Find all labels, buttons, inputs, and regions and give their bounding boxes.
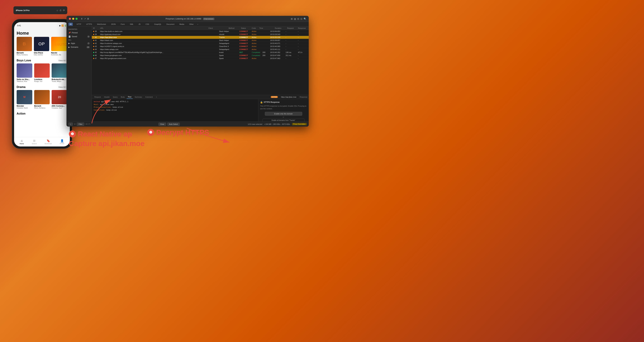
iphone-screen: 9:41 ▶ 📶 🔋 Home B Berserk Miura, Kentaro… (14, 22, 70, 146)
header-status: Status (241, 27, 250, 29)
table-row[interactable]: 38 https://we-build-vn.slack.com Slack H… (92, 30, 309, 33)
version-badge: Free version (203, 18, 214, 20)
maximize-button[interactable] (76, 18, 78, 20)
tab-bookmark-label: Bookmark (45, 143, 52, 145)
tab-all[interactable]: All (68, 23, 73, 26)
req-line-2: Host: api.jikan.moe (94, 103, 256, 106)
active-badge: ACTIVE (271, 96, 278, 98)
sidebar-saved[interactable]: 💾 Saved 3 (66, 35, 92, 38)
manga-author-seito: Takakura, Row (16, 80, 32, 82)
window-pause-icon[interactable]: ⏸ (81, 17, 83, 20)
screenshot-icon[interactable]: ⎙ (60, 9, 61, 11)
window-share-icon[interactable]: ↗ (84, 17, 86, 20)
iphone-simulator-toolbar: iPhone 14 Pro ⌂ ⎙ ⟳ (14, 6, 67, 14)
table-row[interactable]: 46 https://www.googleapis.com Spark CONN… (92, 54, 309, 57)
tab-xml[interactable]: XML (128, 23, 135, 26)
boys-love-view-all[interactable]: View All > (58, 59, 68, 62)
tab-document[interactable]: Document (165, 23, 176, 26)
search-icon[interactable]: 🔍 (304, 17, 306, 20)
tab-media[interactable]: Media (178, 23, 186, 26)
rotate-icon[interactable]: ⟳ (63, 9, 65, 11)
row-duration: - (286, 39, 297, 41)
traffic-info: • 104 MB ↑ 285 KB/s ↓ 9073 KB/s (264, 123, 290, 125)
tab-profile[interactable]: 👤 Profile (60, 139, 64, 145)
manga-item-bokutachi[interactable]: Bokutachi wa... Tsuda, Mikiyo (52, 63, 67, 82)
manga-item-naruto[interactable]: NARUTO Naruto Kishimoto, Ma (51, 37, 67, 56)
manga-item-20th[interactable]: 20 20th Century... Urasawa, Naol (52, 90, 67, 109)
more-tabs-icon[interactable]: › (198, 23, 198, 25)
manga-author-naruto: Kishimoto, Ma (51, 54, 67, 56)
header-client: Client (208, 27, 227, 29)
tab-other[interactable]: Other (188, 23, 195, 26)
window-icon1[interactable]: ⊞ (291, 17, 293, 20)
manga-title-monster: Monster (16, 105, 32, 107)
drama-view-all[interactable]: View All > (58, 86, 68, 88)
tab-bookmark[interactable]: 🔖 Bookmark (45, 139, 52, 145)
window-icon3[interactable]: ⊟ (297, 17, 299, 20)
sidebar-domains[interactable]: ▶ Domains 10 (66, 45, 92, 49)
manga-item-berserk2[interactable]: Berserk Miura, Kentarou (34, 90, 50, 109)
manga-content: B Berserk Miura, Kentarou OP One Piece O… (14, 37, 70, 137)
tab-form[interactable]: Form (119, 23, 126, 26)
manga-item-monster[interactable]: M Monster Urasawa, Naoki (16, 90, 32, 109)
detail-tab-comment[interactable]: Comment (144, 95, 154, 99)
window-trash-icon[interactable]: 🗑 (87, 17, 89, 20)
detail-tab-summary[interactable]: Summary (133, 95, 143, 99)
tab-websocket[interactable]: WebSocket (96, 23, 107, 26)
manga-item-loveless[interactable]: Loveless Kouga, Yun (34, 63, 50, 82)
table-row[interactable]: 41 https://slack.com Slack Helper CONNEC… (92, 39, 309, 42)
window-icon2[interactable]: ▤ (294, 17, 296, 20)
sidebar-pinned[interactable]: 📌 Pinned (66, 31, 92, 35)
close-button[interactable] (69, 18, 71, 20)
detail-tab-request[interactable]: Request (93, 95, 102, 99)
proxyman-window: ⏸ ↗ 🗑 Proxyman | Listening on 192.168.1.… (66, 16, 309, 127)
manga-title-onepiece: One Piece (34, 52, 49, 54)
row-status: Active (252, 30, 261, 32)
tab-https[interactable]: HTTPS (85, 23, 93, 26)
table-row[interactable]: 44 https://stats.setapp.com SetappAgent … (92, 48, 309, 51)
detail-tab-query[interactable]: Query (112, 95, 119, 99)
row-duration: - (286, 48, 297, 50)
sidebar-apps[interactable]: ▶ Apps 7 (66, 41, 92, 45)
table-row[interactable]: 47 https://lh3.googleusercontent.com Spa… (92, 57, 309, 60)
window-icon4[interactable]: ⊡ (300, 17, 302, 20)
annotation-1-label: React Native ap (78, 130, 132, 138)
tab-js[interactable]: JS (137, 23, 142, 26)
row-method: CONNECT (239, 48, 250, 50)
row-request: - (298, 57, 308, 59)
table-row[interactable]: 39 https://gateway.icloud.com cloudd CON… (92, 33, 309, 36)
table-row[interactable]: 43 https://o245571.ingest.sentry.io Clea… (92, 45, 309, 48)
table-row-selected[interactable]: 40 https://api.jikan.moe Trackie CONNECT… (92, 36, 309, 39)
tab-css[interactable]: CSS (144, 23, 150, 26)
row-url: https://we-build-vn.slack.com (100, 30, 218, 32)
row-duration: - (286, 42, 297, 44)
manga-item-onepiece[interactable]: OP One Piece Oda, Eiichiro (34, 37, 49, 56)
https-response-title: 🔒 HTTPS Response (260, 101, 307, 103)
drama-section-header: Drama View All > (16, 83, 67, 90)
clear-button[interactable]: Clear (158, 123, 166, 126)
row-id: 43 (93, 45, 99, 47)
tab-profile-label: Profile (60, 143, 64, 145)
table-row[interactable]: 42 https://customer.setapp.com SetappAge… (92, 42, 309, 45)
auto-select-button[interactable]: Auto Select (167, 123, 180, 126)
manga-item-berserk[interactable]: B Berserk Miura, Kentarou (16, 37, 32, 56)
home-icon[interactable]: ⌂ (57, 9, 58, 11)
tab-home[interactable]: ⌂ Home (20, 139, 24, 145)
tab-json[interactable]: JSON (110, 23, 117, 26)
detail-tab-header[interactable]: Header (103, 95, 111, 99)
table-row[interactable]: 45 http://ocsp.digicert.com/ME8wTTBLMEkw… (92, 51, 309, 54)
minimize-button[interactable] (72, 18, 74, 20)
detail-tab-raw[interactable]: Raw (127, 95, 133, 99)
iphone-tab-bar: ⌂ Home ⊞ Search 🔖 Bookmark 👤 Profile (14, 137, 70, 146)
enable-domain-button[interactable]: Enable only this domain (265, 112, 302, 116)
row-id: 42 (93, 42, 99, 44)
manga-item-seito[interactable]: Seito no Shu... Takakura, Row (16, 63, 32, 82)
detail-tab-plus[interactable]: + (155, 95, 158, 99)
tab-http[interactable]: HTTP (75, 23, 82, 26)
main-layout: Favorites 📌 Pinned 💾 Saved 3 All ▶ Apps … (66, 26, 309, 127)
row-request: - (298, 39, 308, 41)
tab-graphql[interactable]: GraphQL (153, 23, 162, 26)
detail-tab-body[interactable]: Body (120, 95, 126, 99)
row-client: trustd (219, 51, 238, 53)
tab-search[interactable]: ⊞ Search (32, 139, 37, 145)
